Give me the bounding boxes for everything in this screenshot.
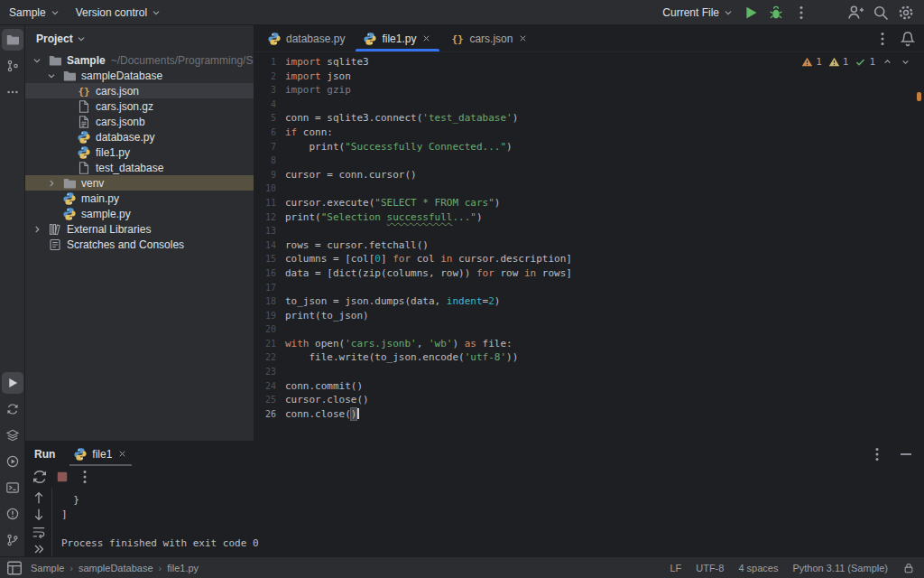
tree-item-cars-json[interactable]: {}cars.json (25, 83, 254, 98)
code-line-24[interactable]: conn.commit() (285, 379, 924, 394)
scroll-to-top-icon[interactable] (31, 489, 47, 506)
tree-item-venv[interactable]: venv (25, 175, 254, 191)
tree-item-cars-json-gz[interactable]: cars.json.gz (25, 98, 254, 114)
code-line-18[interactable]: to_json = json.dumps(data, indent=2) (285, 294, 924, 309)
inspection-warn-badge[interactable]: 1 (801, 56, 822, 68)
tree-item-sample-py[interactable]: sample.py (25, 206, 254, 221)
project-tool-button[interactable] (2, 29, 23, 51)
project-panel-title[interactable]: Project (36, 33, 73, 45)
code-line-17[interactable] (285, 281, 924, 295)
code-line-19[interactable]: print(to_json) (285, 309, 924, 323)
chevron-right-icon[interactable] (31, 223, 43, 236)
tree-indent (60, 100, 72, 113)
rerun-icon[interactable] (31, 468, 49, 486)
code-line-6[interactable]: if conn: (285, 126, 924, 140)
structure-tool-button[interactable] (2, 55, 23, 77)
vcs-widget[interactable]: Version control (76, 6, 162, 19)
code-line-23[interactable] (285, 365, 924, 379)
tree-item-cars-jsonb[interactable]: cars.jsonb (25, 114, 254, 129)
code-line-10[interactable] (285, 182, 924, 196)
stop-icon[interactable] (53, 468, 71, 486)
code-line-7[interactable]: print("Successfully Connected...") (285, 140, 924, 154)
tree-item-file1-py[interactable]: file1.py (25, 144, 254, 160)
python-packages-tool-button[interactable] (2, 424, 23, 446)
inspection-chevron-down-icon[interactable] (900, 56, 911, 68)
editor-code[interactable]: import sqlite3import jsonimport gzip con… (285, 52, 924, 441)
code-line-16[interactable]: data = [dict(zip(columns, row)) for row … (285, 266, 924, 281)
debug-button[interactable] (767, 4, 785, 22)
python-console-tool-button[interactable] (2, 398, 23, 420)
code-line-26[interactable]: conn.close() (285, 407, 924, 422)
status-4-spaces[interactable]: 4 spaces (738, 563, 778, 573)
code-line-4[interactable] (285, 98, 924, 112)
hide-panel-icon[interactable] (897, 445, 915, 463)
inspection-warn-badge[interactable]: 1 (828, 56, 849, 68)
editor-tab-database-py[interactable]: database.py (258, 25, 354, 51)
tool-windows-icon[interactable] (5, 559, 23, 577)
more-tool-windows-button[interactable] (2, 81, 23, 103)
code-line-9[interactable]: cursor = conn.cursor() (285, 168, 924, 182)
status-python-3-11-sample[interactable]: Python 3.11 (Sample) (792, 563, 888, 573)
soft-wrap-icon[interactable] (31, 524, 47, 540)
inspection-check-badge[interactable]: 1 (855, 56, 875, 68)
console-output[interactable]: }] Process finished with exit code 0 (52, 488, 924, 556)
code-line-12[interactable]: print("Selection successfull...") (285, 210, 924, 225)
code-line-3[interactable]: import gzip (285, 83, 924, 98)
code-line-21[interactable]: with open('cars.jsonb', 'wb') as file: (285, 337, 924, 351)
status-utf-8[interactable]: UTF-8 (696, 563, 724, 573)
status-lf[interactable]: LF (670, 563, 681, 573)
tree-item-test-database[interactable]: test_database (25, 160, 254, 175)
tree-item-sample[interactable]: Sample~/Documents/Programming/Sample (25, 52, 254, 68)
run-tool-button[interactable] (2, 372, 23, 394)
code-line-8[interactable] (285, 154, 924, 168)
run-options-icon[interactable] (868, 445, 886, 463)
project-widget[interactable]: Sample (9, 6, 61, 19)
tree-item-external-libraries[interactable]: External Libraries (25, 221, 254, 237)
code-line-5[interactable]: conn = sqlite3.connect('test_database') (285, 111, 924, 126)
breadcrumb-item-file1-py[interactable]: file1.py (167, 563, 199, 573)
run-button[interactable] (742, 4, 760, 22)
services-tool-button[interactable] (2, 451, 23, 472)
close-tab-icon[interactable] (517, 33, 529, 44)
close-tab-icon[interactable] (420, 33, 432, 44)
chevron-right-icon[interactable] (45, 177, 58, 190)
run-more-icon[interactable] (76, 468, 94, 486)
search-everywhere-icon[interactable] (872, 4, 890, 22)
run-configuration-selector[interactable]: Current File (662, 6, 735, 19)
chevron-down-icon[interactable] (45, 70, 58, 82)
code-editor[interactable]: 1234567891011121314151617181920212223242… (254, 52, 924, 441)
inspection-chevron-up-icon[interactable] (882, 56, 893, 68)
terminal-tool-button[interactable] (2, 477, 23, 499)
code-line-14[interactable]: rows = cursor.fetchall() (285, 238, 924, 253)
readonly-lock-icon[interactable] (902, 562, 915, 574)
code-line-13[interactable] (285, 224, 924, 238)
more-actions-icon[interactable] (792, 4, 810, 22)
version-control-tool-button[interactable] (2, 529, 23, 551)
code-line-15[interactable]: columns = [col[0] for col in cursor.desc… (285, 252, 924, 266)
editor-tab-cars-json[interactable]: {}cars.json (441, 25, 538, 51)
settings-icon[interactable] (897, 4, 915, 22)
tree-item-scratches-and-consoles[interactable]: Scratches and Consoles (25, 237, 254, 252)
close-icon[interactable] (116, 448, 128, 460)
code-line-2[interactable]: import json (285, 70, 924, 84)
scrollbar-warning-mark[interactable] (917, 92, 921, 101)
breadcrumb-item-sample[interactable]: Sample (31, 563, 64, 573)
run-tab-file1[interactable]: file1 (69, 442, 132, 466)
chevron-down-icon[interactable] (31, 54, 43, 67)
breadcrumb-item-sampledatabase[interactable]: sampleDatabase (79, 563, 153, 573)
editor-tab-file1-py[interactable]: file1.py (354, 25, 441, 51)
tree-item-main-py[interactable]: main.py (25, 191, 254, 206)
scroll-to-end-icon[interactable] (31, 507, 47, 523)
tree-item-database-py[interactable]: database.py (25, 129, 254, 144)
code-line-22[interactable]: file.write(to_json.encode('utf-8')) (285, 350, 924, 365)
code-line-25[interactable]: cursor.close() (285, 393, 924, 407)
code-line-11[interactable]: cursor.execute("SELECT * FROM cars") (285, 196, 924, 210)
tree-item-sampledatabase[interactable]: sampleDatabase (25, 68, 254, 83)
expand-console-icon[interactable] (31, 541, 47, 557)
tab-options-icon[interactable] (873, 30, 892, 48)
problems-tool-button[interactable] (2, 503, 23, 525)
chevron-down-icon[interactable] (75, 33, 88, 45)
code-with-me-icon[interactable] (846, 4, 864, 22)
code-line-20[interactable] (285, 322, 924, 337)
notifications-icon[interactable] (899, 30, 917, 48)
